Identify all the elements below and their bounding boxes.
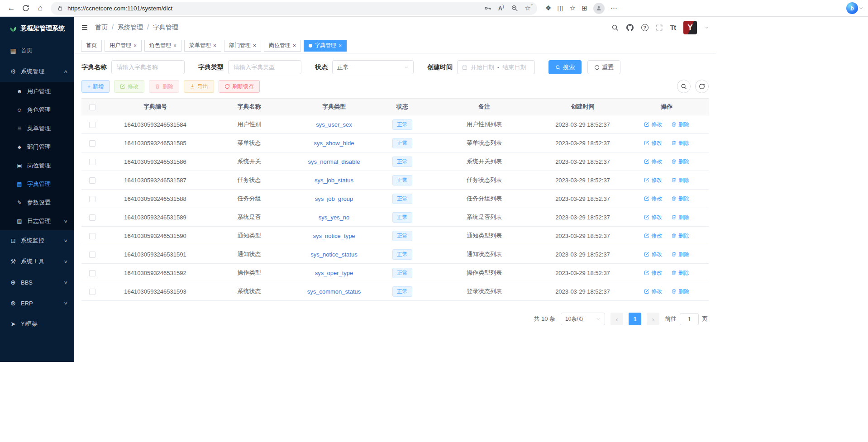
row-checkbox[interactable]	[89, 159, 95, 165]
select-all-checkbox[interactable]	[89, 104, 95, 110]
refresh-table-button[interactable]	[695, 80, 709, 93]
sidebar-item[interactable]: ⊗ ERP ∨	[0, 293, 74, 314]
row-edit-link[interactable]: 修改	[644, 158, 662, 166]
page-tab[interactable]: 岗位管理 ×	[264, 40, 301, 52]
dict-type-link[interactable]: sys_user_sex	[316, 121, 352, 128]
add-button[interactable]: + 新增	[81, 80, 110, 93]
tab-close-icon[interactable]: ×	[213, 43, 216, 48]
row-edit-link[interactable]: 修改	[644, 269, 662, 277]
tab-close-icon[interactable]: ×	[253, 43, 256, 48]
row-checkbox[interactable]	[89, 270, 95, 276]
breadcrumb-item[interactable]: 字典管理	[143, 24, 178, 32]
password-key-icon[interactable]	[484, 5, 491, 12]
status-select[interactable]: 正常	[332, 60, 414, 74]
sidebar-item[interactable]: ⊕ BBS ∨	[0, 272, 74, 293]
avatar-chevron-icon[interactable]	[705, 25, 709, 30]
tab-close-icon[interactable]: ×	[173, 43, 176, 48]
row-edit-link[interactable]: 修改	[644, 195, 662, 203]
split-screen-icon[interactable]: ◫	[557, 4, 563, 12]
sidebar-item[interactable]: ✎ 参数设置	[0, 193, 74, 212]
zoom-out-icon[interactable]	[511, 5, 518, 12]
row-checkbox[interactable]	[89, 140, 95, 147]
search-icon[interactable]	[611, 24, 619, 31]
page-tab[interactable]: 角色管理 ×	[144, 40, 181, 52]
row-edit-link[interactable]: 修改	[644, 251, 662, 258]
collections-icon[interactable]: ⊞	[582, 4, 587, 12]
row-delete-link[interactable]: 删除	[671, 251, 689, 258]
home-icon[interactable]: ⌂	[33, 1, 47, 15]
row-edit-link[interactable]: 修改	[644, 121, 662, 128]
more-menu-icon[interactable]: ⋯	[610, 4, 617, 12]
sidebar-item[interactable]: ▣ 岗位管理	[0, 156, 74, 175]
row-checkbox[interactable]	[89, 177, 95, 184]
next-page-button[interactable]: ›	[647, 313, 659, 325]
dict-type-link[interactable]: sys_common_status	[307, 288, 361, 295]
row-delete-link[interactable]: 删除	[671, 195, 689, 203]
row-delete-link[interactable]: 删除	[671, 176, 689, 184]
favorites-icon[interactable]: ☆	[570, 4, 576, 12]
sidebar-item[interactable]: ➤ Yi框架	[0, 314, 74, 334]
dict-type-link[interactable]: sys_show_hide	[314, 140, 354, 147]
sidebar-item[interactable]: ☻ 用户管理	[0, 82, 74, 100]
page-refresh-icon[interactable]	[19, 1, 33, 15]
fullscreen-icon[interactable]	[656, 24, 663, 31]
sidebar-item[interactable]: ▨ 日志管理 ∨	[0, 212, 74, 230]
dict-type-link[interactable]: sys_job_status	[315, 177, 353, 184]
row-edit-link[interactable]: 修改	[644, 176, 662, 184]
tab-close-icon[interactable]: ×	[339, 43, 342, 48]
sidebar-item[interactable]: ⚙ 系统管理 ∧	[0, 61, 74, 82]
copilot-chevron-icon[interactable]	[859, 6, 863, 10]
row-checkbox[interactable]	[89, 289, 95, 295]
breadcrumb-item[interactable]: 系统管理	[108, 24, 143, 32]
current-page-button[interactable]: 1	[629, 313, 641, 325]
copilot-icon[interactable]: b	[846, 2, 858, 14]
profile-avatar[interactable]	[593, 3, 605, 14]
sidebar-item[interactable]: ♣ 部门管理	[0, 138, 74, 156]
edit-button[interactable]: 修改	[114, 80, 144, 93]
dict-type-link[interactable]: sys_notice_status	[310, 251, 357, 258]
row-checkbox[interactable]	[89, 233, 95, 239]
row-checkbox[interactable]	[89, 122, 95, 128]
page-tab[interactable]: 字典管理 ×	[304, 40, 347, 52]
row-delete-link[interactable]: 删除	[671, 139, 689, 147]
tab-close-icon[interactable]: ×	[134, 43, 137, 48]
sidebar-toggle-icon[interactable]	[81, 24, 88, 31]
row-delete-link[interactable]: 删除	[671, 158, 689, 166]
tab-close-icon[interactable]: ×	[293, 43, 296, 48]
sidebar-item[interactable]: ☺ 角色管理	[0, 100, 74, 119]
dict-type-link[interactable]: sys_oper_type	[315, 270, 353, 276]
delete-button[interactable]: 删除	[149, 80, 179, 93]
page-tab[interactable]: 部门管理 ×	[224, 40, 261, 52]
sidebar-item[interactable]: ▤ 字典管理	[0, 175, 74, 193]
export-button[interactable]: 导出	[184, 80, 214, 93]
add-favorite-icon[interactable]: ☆+	[525, 4, 531, 12]
toggle-search-button[interactable]	[677, 80, 691, 93]
sidebar-item[interactable]: ⊡ 系统监控 ∨	[0, 230, 74, 251]
row-edit-link[interactable]: 修改	[644, 214, 662, 221]
row-edit-link[interactable]: 修改	[644, 232, 662, 240]
row-delete-link[interactable]: 删除	[671, 214, 689, 221]
dict-type-link[interactable]: sys_normal_disable	[308, 158, 360, 165]
row-delete-link[interactable]: 删除	[671, 232, 689, 240]
dict-name-input[interactable]	[111, 60, 185, 74]
page-tab[interactable]: 用户管理 ×	[105, 40, 142, 52]
text-size-icon[interactable]: Tt	[670, 24, 676, 31]
row-checkbox[interactable]	[89, 196, 95, 202]
row-checkbox[interactable]	[89, 252, 95, 258]
user-avatar[interactable]: Y	[683, 21, 697, 34]
url-text[interactable]: https://ccnetcore.com:1101/system/dict	[67, 5, 480, 12]
prev-page-button[interactable]: ‹	[610, 313, 623, 325]
breadcrumb-item[interactable]: 首页	[95, 24, 108, 32]
dict-type-link[interactable]: sys_job_group	[315, 195, 353, 202]
search-button[interactable]: 搜索	[548, 60, 582, 74]
row-delete-link[interactable]: 删除	[671, 288, 689, 295]
page-tab[interactable]: 首页 ×	[81, 40, 102, 52]
page-tab[interactable]: 菜单管理 ×	[184, 40, 221, 52]
row-checkbox[interactable]	[89, 214, 95, 221]
back-icon[interactable]: ←	[5, 1, 18, 15]
page-size-select[interactable]: 10条/页	[561, 313, 605, 325]
sidebar-item[interactable]: ⚒ 系统工具 ∨	[0, 251, 74, 272]
extensions-icon[interactable]: ❖	[545, 4, 551, 12]
github-icon[interactable]	[626, 24, 634, 31]
refresh-cache-button[interactable]: 刷新缓存	[219, 80, 260, 93]
